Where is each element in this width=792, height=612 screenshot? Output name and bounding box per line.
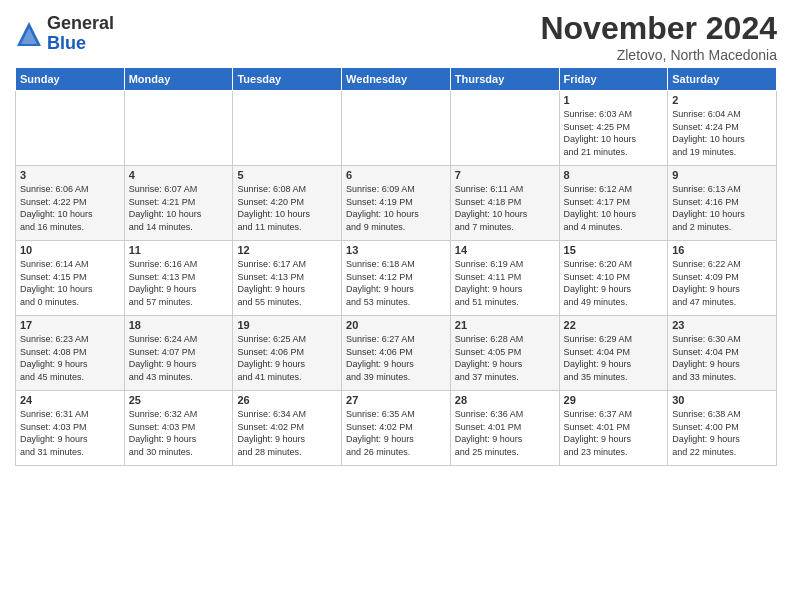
col-wednesday: Wednesday (342, 68, 451, 91)
week-row-2: 3Sunrise: 6:06 AM Sunset: 4:22 PM Daylig… (16, 166, 777, 241)
calendar-body: 1Sunrise: 6:03 AM Sunset: 4:25 PM Daylig… (16, 91, 777, 466)
day-number: 17 (20, 319, 120, 331)
day-number: 9 (672, 169, 772, 181)
day-info: Sunrise: 6:07 AM Sunset: 4:21 PM Dayligh… (129, 183, 229, 233)
calendar-table: Sunday Monday Tuesday Wednesday Thursday… (15, 67, 777, 466)
day-number: 2 (672, 94, 772, 106)
day-info: Sunrise: 6:35 AM Sunset: 4:02 PM Dayligh… (346, 408, 446, 458)
day-cell (16, 91, 125, 166)
day-number: 10 (20, 244, 120, 256)
day-info: Sunrise: 6:22 AM Sunset: 4:09 PM Dayligh… (672, 258, 772, 308)
month-title: November 2024 (540, 10, 777, 47)
day-cell: 15Sunrise: 6:20 AM Sunset: 4:10 PM Dayli… (559, 241, 668, 316)
day-cell: 2Sunrise: 6:04 AM Sunset: 4:24 PM Daylig… (668, 91, 777, 166)
day-number: 25 (129, 394, 229, 406)
day-cell: 21Sunrise: 6:28 AM Sunset: 4:05 PM Dayli… (450, 316, 559, 391)
day-cell (342, 91, 451, 166)
day-info: Sunrise: 6:14 AM Sunset: 4:15 PM Dayligh… (20, 258, 120, 308)
day-number: 5 (237, 169, 337, 181)
day-cell: 3Sunrise: 6:06 AM Sunset: 4:22 PM Daylig… (16, 166, 125, 241)
day-info: Sunrise: 6:31 AM Sunset: 4:03 PM Dayligh… (20, 408, 120, 458)
day-cell: 5Sunrise: 6:08 AM Sunset: 4:20 PM Daylig… (233, 166, 342, 241)
day-cell: 25Sunrise: 6:32 AM Sunset: 4:03 PM Dayli… (124, 391, 233, 466)
day-cell: 4Sunrise: 6:07 AM Sunset: 4:21 PM Daylig… (124, 166, 233, 241)
day-cell: 19Sunrise: 6:25 AM Sunset: 4:06 PM Dayli… (233, 316, 342, 391)
day-info: Sunrise: 6:37 AM Sunset: 4:01 PM Dayligh… (564, 408, 664, 458)
day-number: 27 (346, 394, 446, 406)
calendar-header: Sunday Monday Tuesday Wednesday Thursday… (16, 68, 777, 91)
day-info: Sunrise: 6:29 AM Sunset: 4:04 PM Dayligh… (564, 333, 664, 383)
week-row-5: 24Sunrise: 6:31 AM Sunset: 4:03 PM Dayli… (16, 391, 777, 466)
logo: General Blue (15, 14, 114, 54)
day-info: Sunrise: 6:34 AM Sunset: 4:02 PM Dayligh… (237, 408, 337, 458)
day-number: 12 (237, 244, 337, 256)
day-cell: 20Sunrise: 6:27 AM Sunset: 4:06 PM Dayli… (342, 316, 451, 391)
day-info: Sunrise: 6:13 AM Sunset: 4:16 PM Dayligh… (672, 183, 772, 233)
week-row-4: 17Sunrise: 6:23 AM Sunset: 4:08 PM Dayli… (16, 316, 777, 391)
day-info: Sunrise: 6:19 AM Sunset: 4:11 PM Dayligh… (455, 258, 555, 308)
day-info: Sunrise: 6:04 AM Sunset: 4:24 PM Dayligh… (672, 108, 772, 158)
day-cell: 9Sunrise: 6:13 AM Sunset: 4:16 PM Daylig… (668, 166, 777, 241)
day-number: 29 (564, 394, 664, 406)
week-row-1: 1Sunrise: 6:03 AM Sunset: 4:25 PM Daylig… (16, 91, 777, 166)
day-number: 16 (672, 244, 772, 256)
day-cell: 23Sunrise: 6:30 AM Sunset: 4:04 PM Dayli… (668, 316, 777, 391)
day-info: Sunrise: 6:18 AM Sunset: 4:12 PM Dayligh… (346, 258, 446, 308)
day-info: Sunrise: 6:25 AM Sunset: 4:06 PM Dayligh… (237, 333, 337, 383)
day-cell: 17Sunrise: 6:23 AM Sunset: 4:08 PM Dayli… (16, 316, 125, 391)
day-info: Sunrise: 6:23 AM Sunset: 4:08 PM Dayligh… (20, 333, 120, 383)
header-row: Sunday Monday Tuesday Wednesday Thursday… (16, 68, 777, 91)
col-friday: Friday (559, 68, 668, 91)
day-cell: 13Sunrise: 6:18 AM Sunset: 4:12 PM Dayli… (342, 241, 451, 316)
day-cell: 22Sunrise: 6:29 AM Sunset: 4:04 PM Dayli… (559, 316, 668, 391)
day-cell: 12Sunrise: 6:17 AM Sunset: 4:13 PM Dayli… (233, 241, 342, 316)
day-cell: 27Sunrise: 6:35 AM Sunset: 4:02 PM Dayli… (342, 391, 451, 466)
day-cell (124, 91, 233, 166)
week-row-3: 10Sunrise: 6:14 AM Sunset: 4:15 PM Dayli… (16, 241, 777, 316)
day-info: Sunrise: 6:30 AM Sunset: 4:04 PM Dayligh… (672, 333, 772, 383)
day-info: Sunrise: 6:20 AM Sunset: 4:10 PM Dayligh… (564, 258, 664, 308)
logo-text: General Blue (47, 14, 114, 54)
day-cell (450, 91, 559, 166)
day-cell: 28Sunrise: 6:36 AM Sunset: 4:01 PM Dayli… (450, 391, 559, 466)
day-info: Sunrise: 6:06 AM Sunset: 4:22 PM Dayligh… (20, 183, 120, 233)
logo-general: General (47, 14, 114, 34)
col-sunday: Sunday (16, 68, 125, 91)
day-cell (233, 91, 342, 166)
day-info: Sunrise: 6:36 AM Sunset: 4:01 PM Dayligh… (455, 408, 555, 458)
day-number: 28 (455, 394, 555, 406)
day-info: Sunrise: 6:16 AM Sunset: 4:13 PM Dayligh… (129, 258, 229, 308)
day-number: 4 (129, 169, 229, 181)
day-cell: 7Sunrise: 6:11 AM Sunset: 4:18 PM Daylig… (450, 166, 559, 241)
day-cell: 18Sunrise: 6:24 AM Sunset: 4:07 PM Dayli… (124, 316, 233, 391)
day-number: 18 (129, 319, 229, 331)
day-cell: 16Sunrise: 6:22 AM Sunset: 4:09 PM Dayli… (668, 241, 777, 316)
day-number: 6 (346, 169, 446, 181)
day-cell: 8Sunrise: 6:12 AM Sunset: 4:17 PM Daylig… (559, 166, 668, 241)
day-cell: 6Sunrise: 6:09 AM Sunset: 4:19 PM Daylig… (342, 166, 451, 241)
day-cell: 1Sunrise: 6:03 AM Sunset: 4:25 PM Daylig… (559, 91, 668, 166)
day-info: Sunrise: 6:11 AM Sunset: 4:18 PM Dayligh… (455, 183, 555, 233)
day-number: 24 (20, 394, 120, 406)
day-info: Sunrise: 6:17 AM Sunset: 4:13 PM Dayligh… (237, 258, 337, 308)
title-area: November 2024 Zletovo, North Macedonia (540, 10, 777, 63)
day-number: 13 (346, 244, 446, 256)
day-info: Sunrise: 6:27 AM Sunset: 4:06 PM Dayligh… (346, 333, 446, 383)
day-number: 3 (20, 169, 120, 181)
day-number: 8 (564, 169, 664, 181)
logo-icon (15, 20, 43, 48)
day-number: 23 (672, 319, 772, 331)
day-number: 1 (564, 94, 664, 106)
col-thursday: Thursday (450, 68, 559, 91)
day-number: 21 (455, 319, 555, 331)
day-number: 22 (564, 319, 664, 331)
day-info: Sunrise: 6:12 AM Sunset: 4:17 PM Dayligh… (564, 183, 664, 233)
day-cell: 14Sunrise: 6:19 AM Sunset: 4:11 PM Dayli… (450, 241, 559, 316)
day-info: Sunrise: 6:09 AM Sunset: 4:19 PM Dayligh… (346, 183, 446, 233)
day-cell: 11Sunrise: 6:16 AM Sunset: 4:13 PM Dayli… (124, 241, 233, 316)
day-number: 15 (564, 244, 664, 256)
day-cell: 26Sunrise: 6:34 AM Sunset: 4:02 PM Dayli… (233, 391, 342, 466)
day-number: 30 (672, 394, 772, 406)
day-info: Sunrise: 6:28 AM Sunset: 4:05 PM Dayligh… (455, 333, 555, 383)
day-number: 11 (129, 244, 229, 256)
